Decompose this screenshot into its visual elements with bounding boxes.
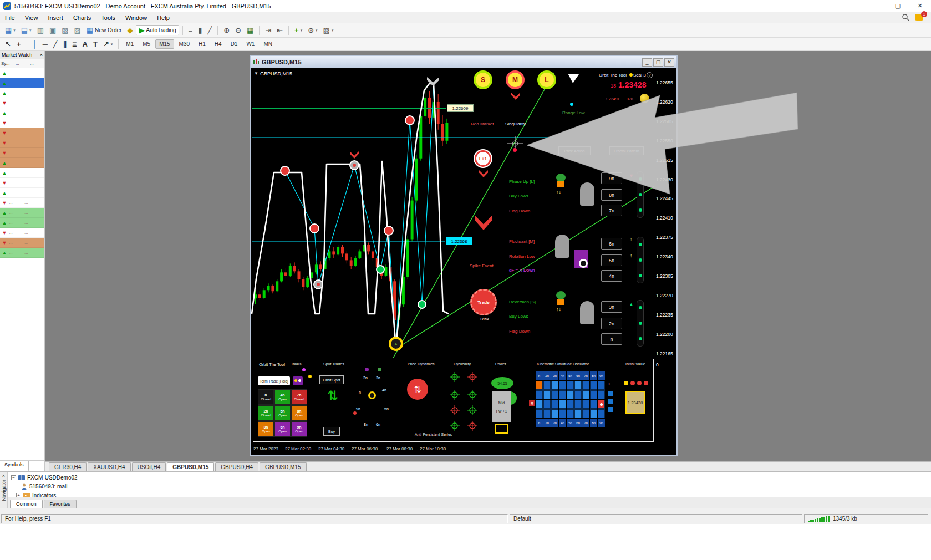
chart-restore-button[interactable]: ▢	[653, 58, 663, 67]
trade-cell-4n[interactable]: 4nOpen	[274, 389, 291, 405]
trade-cell-2n[interactable]: 2nClosed	[258, 405, 274, 421]
market-watch-row[interactable]: ▲......	[0, 208, 44, 218]
navigator-button[interactable]: ▧	[59, 26, 70, 35]
market-watch-button[interactable]: ▥	[35, 26, 46, 35]
timeframe-m30-button[interactable]: M30	[175, 39, 194, 49]
chart-shift-button[interactable]: ⇤	[274, 26, 285, 35]
bar-chart-button[interactable]: ≡	[186, 26, 195, 35]
status-profile[interactable]: Default	[510, 514, 802, 523]
chart-window-gbpusd-m15[interactable]: GBPUSD,M15 _ ▢ ✕ ▼GBPUSD,M151.226551.226…	[250, 55, 678, 456]
kso-cell[interactable]	[559, 400, 566, 409]
market-watch-row[interactable]: ▲......	[0, 78, 44, 88]
chart-tab-gbpusd-h4[interactable]: GBPUSD,H4	[215, 462, 258, 471]
chart-tab-gbpusd-m15[interactable]: GBPUSD,M15	[260, 462, 306, 471]
kso-cell[interactable]	[559, 409, 566, 418]
kso-cell[interactable]	[551, 381, 558, 390]
text-label-button[interactable]: T	[91, 39, 100, 49]
menu-tools[interactable]: Tools	[96, 13, 120, 23]
kso-cell[interactable]	[598, 390, 605, 399]
kso-cell[interactable]	[536, 381, 543, 390]
tile-windows-button[interactable]: ▦	[245, 26, 256, 35]
tree-item-indicators[interactable]: + Indicators	[11, 491, 931, 497]
trade-cell-9n[interactable]: 9nOpen	[291, 421, 307, 437]
kso-cell[interactable]	[590, 390, 597, 399]
market-watch-row[interactable]: ▼......	[0, 128, 44, 138]
chart-window-titlebar[interactable]: GBPUSD,M15 _ ▢ ✕	[251, 56, 676, 68]
menu-file[interactable]: File	[0, 13, 20, 23]
tab-common[interactable]: Common	[10, 500, 43, 508]
profiles-button[interactable]: ▤▾	[19, 26, 34, 35]
kso-cell[interactable]	[543, 409, 551, 418]
fractal-pattern-button[interactable]: Fractal Pattern	[609, 146, 644, 155]
kso-cell[interactable]	[559, 390, 566, 399]
fibonacci-button[interactable]: Ξ	[70, 39, 79, 49]
market-watch-row[interactable]: ▲......	[0, 188, 44, 198]
market-watch-row[interactable]: ▲......	[0, 108, 44, 118]
chart-tab-gbpusd-m15[interactable]: GBPUSD,M15	[167, 462, 214, 471]
buy-button[interactable]: Buy	[323, 427, 340, 436]
trade-cell-3n[interactable]: 3nOpen	[258, 421, 274, 437]
kso-cell[interactable]	[536, 400, 543, 409]
menu-help[interactable]: Help	[152, 13, 175, 23]
mode-chip[interactable]	[293, 376, 303, 385]
seal-circle-s[interactable]: S	[474, 70, 492, 89]
price-action-button[interactable]: Price Action	[558, 146, 591, 155]
line-chart-button[interactable]: ╱	[205, 26, 214, 35]
market-watch-row[interactable]: ▲......	[0, 168, 44, 178]
trade-risk-icon[interactable]: Trade	[470, 289, 497, 315]
new-order-button[interactable]: ▦New Order	[84, 26, 124, 35]
navigator-close-icon[interactable]: ×	[2, 473, 5, 478]
tab-symbols[interactable]: Symbols	[0, 461, 29, 471]
help-icon[interactable]: ?	[647, 72, 653, 78]
timeframe-m15-button[interactable]: M15	[155, 39, 174, 49]
kso-cell[interactable]	[536, 390, 543, 399]
market-watch-row[interactable]: ▲......	[0, 158, 44, 168]
autotrading-button[interactable]: ▶AutoTrading	[136, 25, 179, 35]
menu-insert[interactable]: Insert	[43, 13, 68, 23]
crosshair-button[interactable]: +	[14, 39, 23, 49]
equidistant-channel-button[interactable]: ∥	[61, 39, 69, 49]
templates-button[interactable]: ▧▾	[321, 26, 336, 35]
cursor-button[interactable]: ↖	[3, 39, 13, 49]
indicators-button[interactable]: +▾	[292, 26, 304, 35]
level-button-3n[interactable]: 3n	[601, 301, 622, 313]
market-watch-row[interactable]: ▼......	[0, 148, 44, 158]
kso-cell[interactable]	[582, 381, 589, 390]
maximize-button[interactable]: ▢	[887, 0, 909, 12]
market-watch-row[interactable]: ▼......	[0, 98, 44, 108]
text-button[interactable]: A	[80, 39, 90, 49]
market-watch-row[interactable]: ▼......	[0, 228, 44, 238]
kso-cell[interactable]	[567, 400, 574, 409]
kso-cell[interactable]	[598, 381, 605, 390]
level-button-9n[interactable]: 9n	[601, 172, 622, 184]
data-window-button[interactable]: ▣	[47, 26, 58, 35]
kso-cell[interactable]	[574, 381, 582, 390]
level-button-8n[interactable]: 8n	[601, 189, 622, 201]
horizontal-line-button[interactable]: ─	[40, 39, 50, 49]
kso-cell[interactable]	[567, 390, 574, 399]
kso-cell[interactable]	[536, 409, 543, 418]
chart-minimize-button[interactable]: _	[642, 58, 652, 67]
kso-cell[interactable]	[574, 390, 582, 399]
level-button-5n[interactable]: 5n	[601, 254, 622, 266]
trade-cell-6n[interactable]: 6nOpen	[274, 421, 291, 437]
market-watch-row[interactable]: ▲......	[0, 218, 44, 228]
market-watch-row[interactable]: ▲......	[0, 88, 44, 98]
chart-tab-usoil-h4[interactable]: USOil,H4	[132, 462, 166, 471]
chart-tab-ger30-h4[interactable]: GER30,H4	[49, 462, 87, 471]
kso-cell[interactable]	[567, 381, 574, 390]
market-watch-row[interactable]: ▼......	[0, 198, 44, 208]
timeframe-d1-button[interactable]: D1	[227, 39, 242, 49]
search-icon[interactable]	[902, 14, 909, 21]
kso-cell[interactable]	[543, 400, 551, 409]
periods-button[interactable]: ⊙▾	[306, 26, 319, 35]
trendline-button[interactable]: ╱	[51, 39, 60, 49]
kso-cell[interactable]	[582, 400, 589, 409]
column-bid[interactable]: ...	[16, 61, 30, 66]
market-watch-row[interactable]: ▲......	[0, 68, 44, 78]
menu-view[interactable]: View	[20, 13, 43, 23]
kso-cell[interactable]	[582, 409, 589, 418]
column-ask[interactable]: ...	[30, 61, 44, 66]
kso-cell[interactable]	[590, 381, 597, 390]
kso-cell[interactable]	[551, 409, 558, 418]
